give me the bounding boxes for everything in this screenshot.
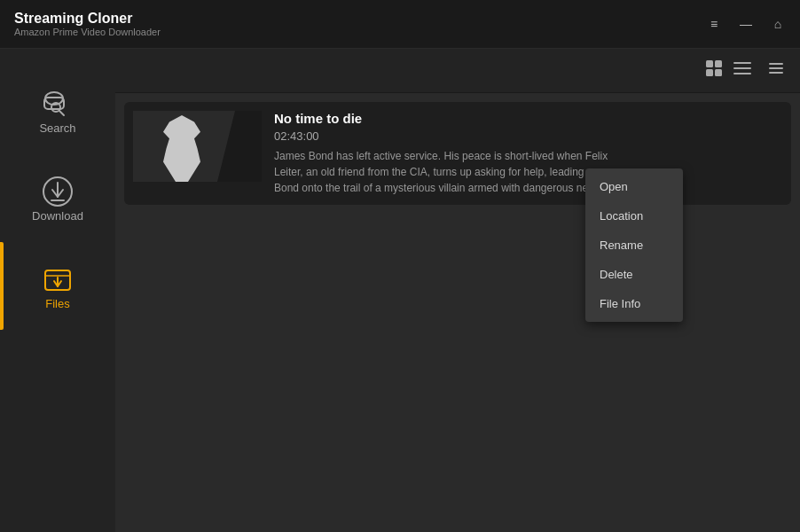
sidebar: Search Download Files — [0, 49, 115, 532]
content-area: No time to die 02:43:00 James Bond has l… — [115, 49, 800, 532]
context-menu-rename[interactable]: Rename — [585, 231, 683, 260]
app-branding: Streaming Cloner Amazon Prime Video Down… — [14, 11, 161, 37]
window-controls: ≡ — ⌂ — [706, 16, 786, 32]
sidebar-files-label: Files — [45, 297, 69, 310]
maximize-button[interactable]: ⌂ — [770, 16, 786, 32]
sidebar-search-label: Search — [39, 121, 75, 135]
context-menu-open[interactable]: Open — [585, 172, 683, 201]
svg-line-3 — [59, 111, 64, 115]
sidebar-download-label: Download — [32, 209, 83, 223]
context-menu-delete[interactable]: Delete — [585, 260, 683, 289]
svg-rect-12 — [715, 69, 722, 76]
download-icon — [40, 174, 75, 209]
content-toolbar — [115, 49, 800, 93]
files-icon — [40, 262, 75, 297]
sidebar-item-search[interactable]: Search — [0, 66, 115, 154]
app-subtitle: Amazon Prime Video Downloader — [14, 27, 161, 37]
menu-button[interactable]: ≡ — [706, 16, 722, 32]
more-options-button[interactable] — [766, 59, 786, 83]
sidebar-item-download[interactable]: Download — [0, 154, 115, 242]
search-icon — [40, 86, 75, 121]
movie-info: No time to die 02:43:00 James Bond has l… — [274, 111, 782, 196]
main-layout: Search Download Files — [0, 49, 800, 532]
file-list: No time to die 02:43:00 James Bond has l… — [115, 93, 800, 532]
movie-duration: 02:43:00 — [274, 129, 782, 143]
view-toggle — [704, 59, 752, 82]
svg-rect-11 — [706, 69, 713, 76]
title-bar: Streaming Cloner Amazon Prime Video Down… — [0, 0, 800, 49]
movie-description: James Bond has left active service. His … — [274, 148, 611, 196]
movie-title: No time to die — [274, 111, 782, 126]
svg-rect-9 — [706, 60, 713, 67]
context-menu: Open Location Rename Delete File Info — [585, 168, 683, 322]
movie-card[interactable]: No time to die 02:43:00 James Bond has l… — [124, 102, 791, 205]
grid-view-button[interactable] — [704, 59, 724, 82]
minimize-button[interactable]: — — [738, 16, 754, 32]
app-title: Streaming Cloner — [14, 11, 161, 27]
list-view-button[interactable] — [733, 59, 752, 82]
movie-thumbnail — [133, 111, 262, 182]
context-menu-location[interactable]: Location — [585, 201, 683, 231]
svg-rect-10 — [715, 60, 722, 67]
sidebar-item-files[interactable]: Files — [0, 242, 115, 330]
context-menu-file-info[interactable]: File Info — [585, 289, 683, 318]
